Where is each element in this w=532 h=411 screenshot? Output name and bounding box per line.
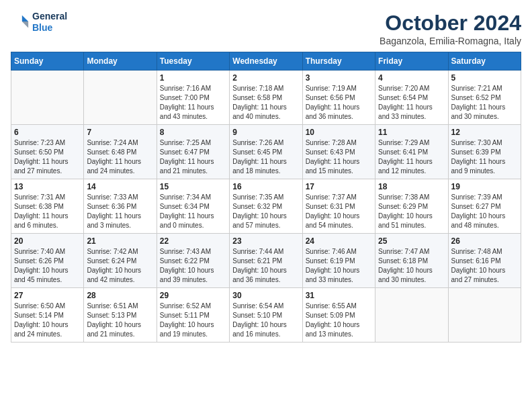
sunrise-text: Sunrise: 7:42 AM (87, 248, 138, 255)
daylight-text: Daylight: 10 hours and 45 minutes. (14, 267, 69, 283)
calendar-week-row: 27Sunrise: 6:50 AMSunset: 5:14 PMDayligh… (11, 288, 521, 342)
daylight-text: Daylight: 11 hours and 3 minutes. (87, 212, 141, 229)
daylight-text: Daylight: 11 hours and 43 minutes. (160, 103, 214, 120)
calendar-cell: 20Sunrise: 7:40 AMSunset: 6:26 PMDayligh… (11, 234, 84, 288)
calendar: SundayMondayTuesdayWednesdayThursdayFrid… (11, 52, 521, 342)
calendar-cell (84, 71, 157, 125)
sunrise-text: Sunrise: 6:54 AM (232, 302, 283, 310)
day-info: Sunrise: 7:33 AMSunset: 6:36 PMDaylight:… (87, 193, 153, 230)
calendar-cell: 3Sunrise: 7:19 AMSunset: 6:56 PMDaylight… (302, 71, 375, 125)
calendar-cell: 19Sunrise: 7:39 AMSunset: 6:27 PMDayligh… (448, 179, 521, 234)
calendar-cell: 28Sunrise: 6:51 AMSunset: 5:13 PMDayligh… (84, 288, 157, 342)
sunrise-text: Sunrise: 7:35 AM (232, 193, 283, 201)
day-number: 27 (14, 291, 81, 300)
day-info: Sunrise: 7:26 AMSunset: 6:45 PMDaylight:… (232, 138, 299, 176)
day-info: Sunrise: 7:29 AMSunset: 6:41 PMDaylight:… (378, 138, 445, 176)
day-number: 25 (378, 236, 445, 246)
sunset-text: Sunset: 6:41 PM (378, 148, 428, 156)
sunset-text: Sunset: 6:29 PM (378, 203, 428, 210)
day-number: 6 (14, 128, 81, 137)
weekday-header: Friday (375, 52, 448, 71)
sunrise-text: Sunrise: 7:39 AM (451, 193, 502, 201)
calendar-cell: 1Sunrise: 7:16 AMSunset: 7:00 PMDaylight… (157, 71, 229, 125)
sunrise-text: Sunrise: 7:47 AM (378, 248, 429, 255)
day-info: Sunrise: 7:24 AMSunset: 6:48 PMDaylight:… (87, 138, 153, 176)
day-number: 30 (232, 291, 299, 300)
day-info: Sunrise: 7:19 AMSunset: 6:56 PMDaylight:… (306, 84, 372, 122)
calendar-cell: 6Sunrise: 7:23 AMSunset: 6:50 PMDaylight… (11, 125, 84, 179)
sunset-text: Sunset: 6:52 PM (451, 94, 501, 101)
day-number: 28 (87, 291, 153, 300)
sunset-text: Sunset: 5:11 PM (160, 312, 210, 319)
daylight-text: Daylight: 10 hours and 27 minutes. (451, 267, 506, 283)
calendar-cell: 10Sunrise: 7:28 AMSunset: 6:43 PMDayligh… (302, 125, 375, 179)
logo-icon (11, 13, 30, 32)
daylight-text: Daylight: 11 hours and 15 minutes. (306, 158, 360, 175)
day-info: Sunrise: 7:42 AMSunset: 6:24 PMDaylight:… (87, 247, 153, 285)
weekday-header: Sunday (11, 52, 84, 71)
day-number: 12 (451, 128, 518, 137)
logo-line2: Blue (32, 22, 67, 34)
calendar-cell: 17Sunrise: 7:37 AMSunset: 6:31 PMDayligh… (302, 179, 375, 234)
weekday-header: Tuesday (157, 52, 229, 71)
daylight-text: Daylight: 10 hours and 36 minutes. (232, 267, 287, 283)
logo-line1: General (32, 11, 67, 22)
sunrise-text: Sunrise: 7:34 AM (160, 193, 211, 201)
sunrise-text: Sunrise: 6:51 AM (87, 302, 138, 310)
sunrise-text: Sunrise: 7:44 AM (232, 248, 283, 255)
calendar-cell: 24Sunrise: 7:46 AMSunset: 6:19 PMDayligh… (302, 234, 375, 288)
daylight-text: Daylight: 10 hours and 13 minutes. (306, 321, 360, 338)
sunset-text: Sunset: 5:14 PM (14, 312, 64, 319)
day-number: 26 (451, 236, 518, 246)
calendar-cell: 5Sunrise: 7:21 AMSunset: 6:52 PMDaylight… (448, 71, 521, 125)
header: General Blue October 2024 Baganzola, Emi… (11, 11, 521, 46)
day-number: 20 (14, 236, 81, 246)
sunrise-text: Sunrise: 7:26 AM (232, 139, 283, 146)
sunset-text: Sunset: 6:58 PM (232, 94, 282, 101)
sunset-text: Sunset: 6:22 PM (160, 257, 210, 265)
calendar-cell (375, 288, 448, 342)
sunrise-text: Sunrise: 7:16 AM (160, 85, 211, 92)
daylight-text: Daylight: 11 hours and 40 minutes. (232, 103, 287, 120)
svg-marker-0 (22, 15, 28, 21)
day-number: 10 (306, 128, 372, 137)
calendar-week-row: 13Sunrise: 7:31 AMSunset: 6:38 PMDayligh… (11, 179, 521, 234)
sunset-text: Sunset: 6:27 PM (451, 203, 501, 210)
sunrise-text: Sunrise: 7:37 AM (306, 193, 357, 201)
sunrise-text: Sunrise: 7:25 AM (160, 139, 211, 146)
day-number: 8 (160, 128, 226, 137)
sunrise-text: Sunrise: 7:23 AM (14, 139, 65, 146)
day-info: Sunrise: 7:30 AMSunset: 6:39 PMDaylight:… (451, 138, 518, 176)
svg-marker-1 (22, 21, 28, 28)
sunrise-text: Sunrise: 7:21 AM (451, 85, 502, 92)
sunset-text: Sunset: 6:18 PM (378, 257, 428, 265)
sunset-text: Sunset: 6:45 PM (232, 148, 282, 156)
calendar-cell: 26Sunrise: 7:48 AMSunset: 6:16 PMDayligh… (448, 234, 521, 288)
sunset-text: Sunset: 6:47 PM (160, 148, 210, 156)
calendar-cell: 11Sunrise: 7:29 AMSunset: 6:41 PMDayligh… (375, 125, 448, 179)
calendar-cell: 14Sunrise: 7:33 AMSunset: 6:36 PMDayligh… (84, 179, 157, 234)
sunset-text: Sunset: 6:43 PM (306, 148, 355, 156)
day-number: 23 (232, 236, 299, 246)
day-info: Sunrise: 7:16 AMSunset: 7:00 PMDaylight:… (160, 84, 226, 122)
day-info: Sunrise: 7:46 AMSunset: 6:19 PMDaylight:… (306, 247, 372, 285)
calendar-cell: 7Sunrise: 7:24 AMSunset: 6:48 PMDaylight… (84, 125, 157, 179)
calendar-cell: 12Sunrise: 7:30 AMSunset: 6:39 PMDayligh… (448, 125, 521, 179)
day-number: 31 (306, 291, 372, 300)
day-info: Sunrise: 7:44 AMSunset: 6:21 PMDaylight:… (232, 247, 299, 285)
calendar-cell: 16Sunrise: 7:35 AMSunset: 6:32 PMDayligh… (230, 179, 302, 234)
sunrise-text: Sunrise: 7:48 AM (451, 248, 502, 255)
calendar-cell: 23Sunrise: 7:44 AMSunset: 6:21 PMDayligh… (230, 234, 302, 288)
calendar-cell: 25Sunrise: 7:47 AMSunset: 6:18 PMDayligh… (375, 234, 448, 288)
day-number: 3 (306, 73, 372, 83)
day-number: 21 (87, 236, 153, 246)
day-number: 9 (232, 128, 299, 137)
sunrise-text: Sunrise: 7:24 AM (87, 139, 138, 146)
sunset-text: Sunset: 6:31 PM (306, 203, 355, 210)
day-info: Sunrise: 7:35 AMSunset: 6:32 PMDaylight:… (232, 193, 299, 230)
weekday-header: Saturday (448, 52, 521, 71)
day-number: 16 (232, 182, 299, 191)
title-section: October 2024 Baganzola, Emilia-Romagna, … (380, 11, 521, 46)
month-title: October 2024 (380, 11, 521, 36)
sunset-text: Sunset: 5:13 PM (87, 312, 136, 319)
